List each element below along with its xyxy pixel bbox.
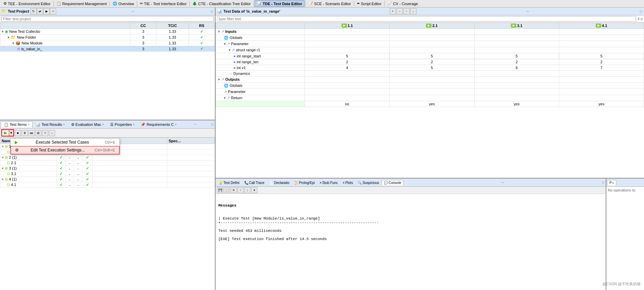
tde-add-col-btn[interactable]: + [390,8,396,14]
menu-rm[interactable]: 📋 Requirement Management [54,1,109,6]
globals-icon: 🌐 [224,83,229,88]
add-col-btn[interactable]: + [42,130,48,136]
tde-tree-cell: ● int range_len [216,59,305,65]
menu-cte[interactable]: 🌲 CTE - Classification Tree Editor [190,1,253,6]
execute-test-cases-item[interactable]: ▶ Execute Selected Test Cases Ctrl+E [11,139,119,146]
expand-icon[interactable]: ▾ [229,48,231,52]
console-down-btn[interactable]: ↓ [244,187,250,193]
filter-input[interactable] [1,16,214,22]
toolbar-sync-btn[interactable]: ⇄ [37,8,43,14]
result-cell-1[interactable]: no [305,101,390,107]
edit-settings-item[interactable]: ⚙ Edit Test Execution Settings... Ctrl+S… [11,146,119,154]
toolbar-refresh-btn[interactable]: ↻ [30,8,37,14]
run-main[interactable]: ▶ [2,130,9,136]
tab-prolog-epi[interactable]: 📜 Prolog/Epi [292,180,317,185]
menu-tde[interactable]: 📊 TDE - Test Data Editor [255,0,305,7]
menu-tie[interactable]: ✏ TIE - Test Interface Editor [138,1,189,6]
tab-call-trace[interactable]: 📞 Call Trace [242,180,267,185]
script-icon: ✒ [357,1,360,6]
stop-btn[interactable]: ■ [15,130,21,136]
toolbar-add-btn[interactable]: + [50,8,56,14]
menu-script[interactable]: ✒ Script Editor [355,1,384,6]
table-row[interactable]: ⚙ is_value_in_ 3 1.33 ✓ [0,46,215,52]
tde-del-col-btn[interactable]: − [397,8,403,14]
expand-icon[interactable]: ▾ [224,96,226,100]
console-expand-btn[interactable]: ▾ [251,187,257,193]
table-row[interactable]: ▾ ◉ New Test Collectio 3 1.33 ✓ [0,29,215,35]
console-min-btn[interactable]: ─ [501,181,504,184]
table-row[interactable]: ▾ 📁 New Folder 3 1.33 ✓ [0,35,215,40]
tab-test-results[interactable]: 📊 Test Results × [33,121,68,128]
panel-minimize-btn[interactable]: ─ [131,10,135,13]
expand-icon[interactable]: ▾ [2,155,4,159]
table-row[interactable]: ▾ 📦 New Module 3 1.33 ✓ [0,40,215,46]
table-row[interactable]: ▾ ⊞ 3 (1) ✓ -- ✓ [0,166,215,171]
tde-min-btn[interactable]: ─ [526,10,530,13]
table-row[interactable]: ⊡ 2.1 ✓ -- ✓ [0,160,215,166]
menu-tee[interactable]: ⚙ TEE - Environment Editor [1,1,53,6]
pause-btn[interactable]: ⏸ [22,130,28,136]
tab-declaratio[interactable]: 📄 Declaratio [267,180,292,185]
expand-icon[interactable]: ▾ [12,41,14,45]
tde-tree-cell: ▾ ↗ struct range r1 [216,47,305,53]
expand-icon[interactable]: ▾ [2,144,4,148]
panel-maximize-btn[interactable]: □ [210,10,214,13]
expand-icon[interactable]: ▾ [218,77,220,81]
tab-close-btn[interactable]: × [63,123,65,126]
tab-properties[interactable]: ☰ Properties × [107,121,138,128]
expand-icon[interactable]: ▾ [218,29,220,34]
tab-suspicious[interactable]: 🔍 Suspicious [355,180,381,185]
panel-max-btn[interactable]: □ [211,122,214,126]
panel-min-btn[interactable]: ─ [193,122,197,126]
tab-eval-mac[interactable]: ⚙ Evaluation Mac × [68,121,107,128]
tde-filter-input[interactable] [217,16,636,22]
cols-btn[interactable]: ⊞ [35,130,41,136]
expand-icon[interactable]: ▾ [2,29,4,34]
expand-icon[interactable]: ▾ [2,177,4,181]
run-dropdown-arrow[interactable]: ▾ [9,130,13,136]
console-max-btn[interactable]: □ [602,181,605,184]
test-items-content: Name ⇅ ☑ ☷ R... Description Spec... ▾ [0,137,215,290]
console-save-btn[interactable]: 💾 [217,187,223,193]
tab-test-items[interactable]: 📋 Test Items × [1,121,33,128]
result-cell-4[interactable]: yes [559,101,644,107]
tde-export-btn[interactable]: ↓ [410,8,416,14]
run-button[interactable]: ▶ ▾ [1,129,14,136]
console-up-btn[interactable]: ↑ [237,187,244,193]
remove-col-btn[interactable]: − [49,130,55,136]
tde-import-btn[interactable]: ↑ [403,8,410,14]
expand-icon[interactable]: ▾ [8,35,10,39]
project-toolbar: ↻ ⇄ ▶ + [30,8,56,14]
tab-close-btn[interactable]: × [28,123,29,126]
console-toolbar: 💾 📋 ✕ ↑ ↓ ▾ [216,187,606,194]
mini-tab-p[interactable]: P ₂ [607,180,616,185]
declaratio-icon: 📄 [269,181,273,185]
messages-label: Messages [218,203,603,208]
result-cell-2[interactable]: yes [389,101,474,107]
table-row[interactable]: ▾ ⊞ 4 (1) ✓ -- ✓ [0,177,215,182]
menu-overview[interactable]: 🌐 Overview [111,1,136,6]
step-btn[interactable]: ⏭ [28,130,35,136]
table-row[interactable]: ⊡ 3.1 ✓ -- ✓ [0,171,215,177]
tab-close-btn[interactable]: × [175,123,177,126]
tab-test-defini[interactable]: 💡 Test Defini [216,180,242,185]
tab-requirements-c[interactable]: 📌 Requirements C × [138,121,180,128]
tab-stub-func[interactable]: × Stub Func [317,180,340,185]
expand-icon[interactable]: ▾ [2,166,4,170]
tab-plots[interactable]: × Plots [340,180,355,185]
table-row[interactable]: ▾ ⊞ 2 (1) ✓ -- ✓ [0,155,215,160]
menu-sce[interactable]: 📝 SCE - Scenario Editor [306,1,353,6]
console-clear-btn[interactable]: ✕ [231,187,237,193]
tab-close-btn[interactable]: × [133,123,134,126]
console-copy-btn[interactable]: 📋 [224,187,230,193]
expand-icon[interactable]: ▾ [224,42,226,46]
tde-max-btn[interactable]: □ [639,10,643,13]
table-row[interactable]: ⊡ 4.1 ✓ -- ✓ [0,182,215,188]
result-cell-3[interactable]: yes [474,101,559,107]
rm-icon: 📋 [56,1,61,6]
tab-close-btn[interactable]: × [102,123,104,126]
tab-console[interactable]: 💬 Console [382,180,404,185]
toolbar-expand-btn[interactable]: ▶ [43,8,50,14]
table-row: — Dynamics [216,71,644,77]
menu-cv[interactable]: 📈 CV - Coverage [385,1,420,6]
